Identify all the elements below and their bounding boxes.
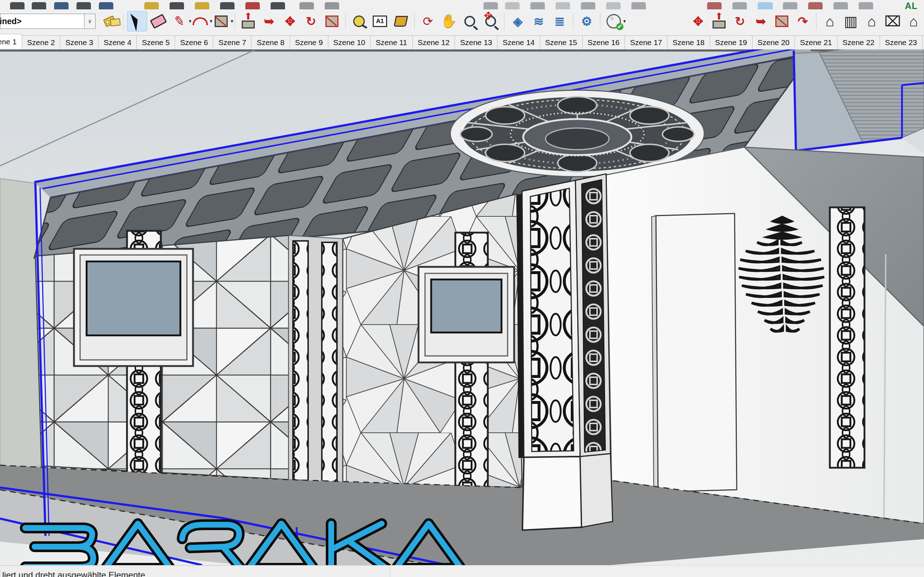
move-button[interactable]: ✥ xyxy=(280,11,300,31)
toolbar-icon[interactable] xyxy=(483,2,498,10)
shapes-button[interactable]: ▼ xyxy=(212,11,231,31)
scene-tab[interactable]: Szene 5 xyxy=(136,35,175,49)
follow-me-alt-button[interactable]: ➥ xyxy=(751,11,771,31)
toolbar-icon[interactable] xyxy=(758,2,773,10)
scene-tab[interactable]: Szene 3 xyxy=(60,35,99,49)
scene-tab[interactable]: Szene 20 xyxy=(752,35,795,49)
chevron-down-icon[interactable]: ∨ xyxy=(84,14,95,29)
rotate-copy-button[interactable]: ↷ xyxy=(793,11,813,31)
home-button[interactable]: ⌂ xyxy=(862,11,881,31)
toolbar-icon[interactable] xyxy=(220,2,234,10)
account-button[interactable]: ▼ xyxy=(604,11,624,31)
house-box-button[interactable]: ⌧ xyxy=(883,11,902,31)
toolbar-icon[interactable] xyxy=(556,2,570,10)
toolbar-icon[interactable] xyxy=(606,2,620,10)
tags-button[interactable] xyxy=(100,11,120,31)
scene-tab[interactable]: Szene 23 xyxy=(880,35,922,49)
toolbar-icon[interactable] xyxy=(246,2,260,10)
toolbar-icon[interactable] xyxy=(834,2,848,10)
component-box-button[interactable]: ▥ xyxy=(841,11,861,31)
download-model-button[interactable]: ◈ xyxy=(508,11,528,31)
scene-tab[interactable]: Szene 18 xyxy=(667,35,710,49)
scene-tab[interactable]: Szene 15 xyxy=(540,35,583,49)
house-outline-button[interactable]: ⌂ xyxy=(904,11,923,31)
toolbar-icon[interactable] xyxy=(707,2,722,10)
ornate-column[interactable] xyxy=(517,174,613,530)
toolbar-icon[interactable] xyxy=(632,2,646,10)
arcs-button[interactable]: ▼ xyxy=(191,11,210,31)
tag-dropdown-value[interactable]: ined> xyxy=(0,14,84,29)
tag-dropdown[interactable]: ined> ∨ xyxy=(0,14,95,29)
scale-button[interactable] xyxy=(322,11,342,31)
scene-tab[interactable]: Szene 22 xyxy=(837,35,880,49)
zoom-extents-button[interactable] xyxy=(481,11,501,31)
scene-tab[interactable]: Szene 12 xyxy=(412,35,456,49)
toolbar-icon[interactable] xyxy=(99,2,113,10)
scene-tab[interactable]: Szene 2 xyxy=(22,35,60,49)
toolbar-icon[interactable] xyxy=(581,2,595,10)
toolbar-icon[interactable] xyxy=(32,2,46,10)
toolbar-icon[interactable] xyxy=(271,2,285,10)
chevron-down-icon[interactable]: ▼ xyxy=(230,19,234,24)
pan-button[interactable]: ✋ xyxy=(439,11,459,31)
select-button[interactable] xyxy=(127,11,147,31)
follow-me-button[interactable]: ➥ xyxy=(259,11,279,31)
scene-tab[interactable]: Szene 14 xyxy=(497,35,540,49)
scene-tab[interactable]: Szene 9 xyxy=(290,35,328,49)
scene-tab[interactable]: Szene 16 xyxy=(582,35,625,49)
chevron-down-icon[interactable]: ▼ xyxy=(622,19,627,24)
text-button[interactable]: A1 xyxy=(370,11,390,31)
extension-layers-button[interactable]: ≣ xyxy=(550,11,569,31)
toolbar-icon[interactable] xyxy=(299,2,314,10)
tape-measure-icon xyxy=(353,16,365,27)
orbit-button[interactable]: ⟳ xyxy=(418,11,438,31)
door-panel[interactable] xyxy=(652,213,737,493)
rotate-alt-button[interactable]: ↻ xyxy=(730,11,750,31)
move-alt-button[interactable]: ✥ xyxy=(688,11,708,31)
toolbar-icon[interactable] xyxy=(530,2,545,10)
scene-tab[interactable]: Szene 13 xyxy=(455,35,498,49)
scene-tab[interactable]: Szene 4 xyxy=(98,35,137,49)
scene-tab[interactable]: Szene 17 xyxy=(625,35,667,49)
house-3d-button[interactable]: ⌂ xyxy=(820,11,840,31)
eraser-button[interactable] xyxy=(149,11,168,31)
toolbar-icon[interactable] xyxy=(76,2,91,10)
scene-tab[interactable]: Szene 1 xyxy=(0,34,22,49)
rotate-button[interactable]: ↻ xyxy=(301,11,321,31)
viewport[interactable]: ceiling-medallion xyxy=(0,49,924,565)
toolbar-icon[interactable] xyxy=(783,2,797,10)
toolbar-icon[interactable] xyxy=(195,2,209,10)
paint-bucket-button[interactable] xyxy=(391,11,410,31)
lines-button[interactable]: ✎▼ xyxy=(170,11,189,31)
toolbar-separator xyxy=(573,13,573,30)
ornament-strip-right[interactable] xyxy=(830,207,864,468)
push-pull-alt-button[interactable] xyxy=(709,11,729,31)
roof-planes[interactable] xyxy=(794,49,924,159)
scene-tab[interactable]: Szene 21 xyxy=(795,35,837,49)
toolbar-icon[interactable] xyxy=(170,2,184,10)
extension-settings-button[interactable]: ⚙ xyxy=(577,11,596,31)
toolbar-icon[interactable] xyxy=(144,2,159,10)
toolbar-icon[interactable] xyxy=(732,2,747,10)
scene-tab[interactable]: Szene 10 xyxy=(328,35,371,49)
toolbar-icon[interactable] xyxy=(10,2,24,10)
toolbar-icon[interactable] xyxy=(54,2,69,10)
toolbar-icon[interactable] xyxy=(859,2,873,10)
tape-measure-button[interactable] xyxy=(349,11,369,31)
toolbar-icon[interactable] xyxy=(325,2,339,10)
text-label-icon: A1 xyxy=(373,16,387,27)
extension-wave-button[interactable]: ≋ xyxy=(529,11,548,31)
scene-tab[interactable]: Szene 11 xyxy=(370,35,412,49)
push-pull-button[interactable] xyxy=(239,11,258,31)
zoom-button[interactable] xyxy=(460,11,480,31)
toolbar-icon[interactable] xyxy=(505,2,520,10)
scale-alt-button[interactable] xyxy=(772,11,792,31)
scene-tab[interactable]: Szene 8 xyxy=(251,35,290,49)
scene-tab[interactable]: Szene 19 xyxy=(710,35,753,49)
scene-tab[interactable]: Szene 7 xyxy=(213,35,252,49)
scene-tab[interactable]: Szene 6 xyxy=(174,35,213,49)
cursor-icon xyxy=(131,11,144,31)
scene-tab[interactable]: Szene 24 xyxy=(922,35,924,49)
toolbar-icon[interactable] xyxy=(808,2,822,10)
wave-icon: ≋ xyxy=(534,15,544,27)
